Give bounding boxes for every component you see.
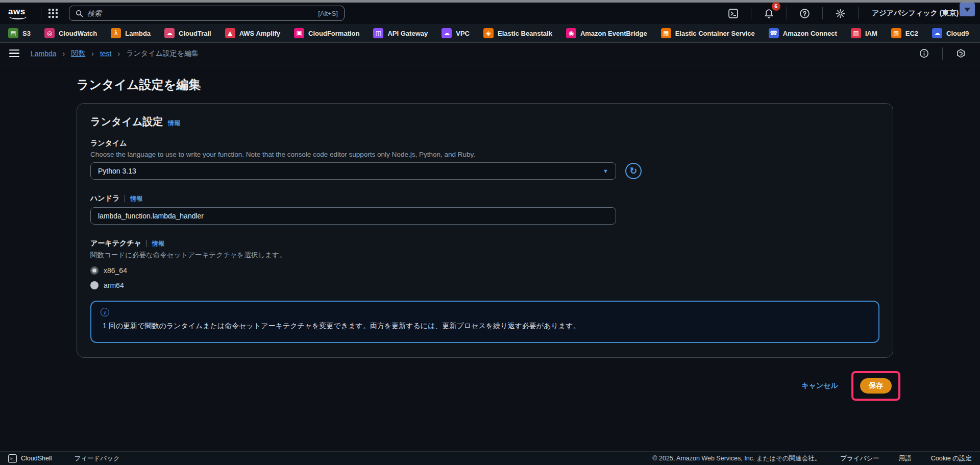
favorite-ec2[interactable]: ▧EC2 [891,28,918,38]
favorite-label: IAM [865,30,877,37]
hamburger-menu-icon[interactable] [9,50,19,58]
divider [822,7,823,19]
refresh-icon: ↻ [629,166,637,176]
radio-x86-64[interactable]: x86_64 [90,266,879,275]
notification-count-badge: 6 [772,2,780,11]
favorites-bar: ▤S3 ◎CloudWatch λLambda ☁CloudTrail ▲AWS… [0,24,980,43]
page-title: ランタイム設定を編集 [77,77,893,93]
save-button[interactable]: 保存 [860,378,892,394]
favorite-label: VPC [456,30,470,37]
divider [858,7,859,19]
handler-info-link[interactable]: 情報 [130,194,142,203]
footer-terms-link[interactable]: 用語 [899,454,912,463]
amazon-connect-icon: ☎ [769,28,779,38]
breadcrumb-function-test[interactable]: test [100,50,112,58]
search-input[interactable] [87,9,314,17]
favorite-amazon-connect[interactable]: ☎Amazon Connect [769,28,837,38]
top-navigation-bar: aws [Alt+S] [0,3,980,24]
global-search[interactable]: [Alt+S] [69,6,345,21]
runtime-selected-value: Python 3.13 [98,167,136,175]
terminal-icon [728,8,739,19]
aws-logo-smile [9,15,27,19]
cloudformation-icon: ▣ [294,28,304,38]
search-icon [76,10,83,17]
radio-arm64[interactable]: arm64 [90,281,879,289]
lambda-icon: λ [111,28,121,38]
favorite-cloudtrail[interactable]: ☁CloudTrail [164,28,211,38]
favorite-vpc[interactable]: ☁VPC [442,28,470,38]
amplify-icon: ▲ [225,28,235,38]
info-panel-button[interactable] [914,46,934,60]
ec2-icon: ▧ [891,28,901,38]
cloudshell-button[interactable] [721,6,746,21]
topnav-right-controls: 6 アジアパシフィック (東京) ▼ [721,6,972,21]
favorite-label: API Gateway [387,30,428,37]
radio-x86-64-label: x86_64 [104,266,127,275]
amazon-q-icon [956,48,966,58]
favorite-ecs[interactable]: ▦Elastic Container Service [661,28,755,38]
favorite-lambda[interactable]: λLambda [111,28,151,38]
breadcrumb-functions[interactable]: 関数 [71,49,85,58]
card-info-link[interactable]: 情報 [168,119,180,128]
handler-label: ハンドラ [90,194,119,203]
runtime-label: ランタイム [90,139,127,148]
favorite-label: CloudWatch [59,30,97,37]
question-icon [799,8,810,19]
cloudwatch-icon: ◎ [44,28,55,38]
footer-feedback[interactable]: フィードバック [74,454,119,463]
breadcrumb-lambda[interactable]: Lambda [31,50,57,58]
favorite-eventbridge[interactable]: ◉Amazon EventBridge [566,28,647,38]
favorite-label: S3 [22,30,31,37]
favorite-cloud9[interactable]: ☁Cloud9 [932,28,969,38]
divider [146,240,147,247]
favorite-s3[interactable]: ▤S3 [8,28,31,38]
favorite-elastic-beanstalk[interactable]: ◈Elastic Beanstalk [483,28,552,38]
notifications-button[interactable]: 6 [756,6,781,21]
main-content: ランタイム設定を編集 ランタイム設定 情報 ランタイム Choose the l… [0,64,980,451]
footer-cookie-settings-link[interactable]: Cookie の設定 [931,454,972,463]
region-label: アジアパシフィック (東京) [872,9,959,18]
runtime-select[interactable]: Python 3.13 ▼ [90,162,616,180]
footer-privacy-link[interactable]: プライバシー [840,454,879,463]
info-alert: i 1 回の更新で関数のランタイムまたは命令セットアーキテクチャを変更できます。… [90,301,879,343]
region-selector[interactable]: アジアパシフィック (東京) ▼ [864,9,972,18]
divider [41,7,41,19]
refresh-runtimes-button[interactable]: ↻ [625,163,642,179]
footer-copyright: © 2025, Amazon Web Services, Inc. またはその関… [652,454,821,463]
runtime-settings-card: ランタイム設定 情報 ランタイム Choose the language to … [77,103,893,358]
architecture-info-link[interactable]: 情報 [152,239,164,248]
triangle-down-icon [964,8,970,12]
radio-arm64-label: arm64 [104,281,124,289]
breadcrumb-separator: › [63,50,65,58]
browser-extension-overlay[interactable] [960,3,975,16]
breadcrumb-bar: Lambda › 関数 › test › ランタイム設定を編集 [0,43,980,64]
favorite-api-gateway[interactable]: ◫API Gateway [373,28,428,38]
favorite-amplify[interactable]: ▲AWS Amplify [225,28,280,38]
divider [125,195,125,202]
handler-input[interactable] [90,207,616,225]
favorite-label: Lambda [125,30,151,37]
settings-button[interactable] [828,6,853,21]
s3-icon: ▤ [8,28,18,38]
iam-icon: ▥ [851,28,861,38]
architecture-label: アーキテクチャ [90,239,141,248]
divider [751,7,751,19]
terminal-icon: >_ [8,454,17,463]
footer-right: © 2025, Amazon Web Services, Inc. またはその関… [652,454,972,463]
favorite-label: Amazon Connect [783,30,837,37]
breadcrumb: Lambda › 関数 › test › ランタイム設定を編集 [31,49,199,58]
card-title: ランタイム設定 [90,115,163,129]
help-button[interactable] [792,6,817,21]
services-grid-icon[interactable] [46,7,60,20]
amazon-q-button[interactable] [951,46,971,60]
favorite-iam[interactable]: ▥IAM [851,28,877,38]
footer-cloudshell-label: CloudShell [21,455,52,462]
cancel-button[interactable]: キャンセル [801,381,838,390]
favorite-cloudformation[interactable]: ▣CloudFormation [294,28,359,38]
favorite-label: Cloud9 [946,30,969,37]
aws-logo[interactable]: aws [8,7,29,20]
favorite-label: AWS Amplify [239,30,280,37]
favorite-cloudwatch[interactable]: ◎CloudWatch [44,28,97,38]
footer-cloudshell[interactable]: >_ CloudShell [8,454,52,463]
favorite-label: Elastic Beanstalk [498,30,552,37]
